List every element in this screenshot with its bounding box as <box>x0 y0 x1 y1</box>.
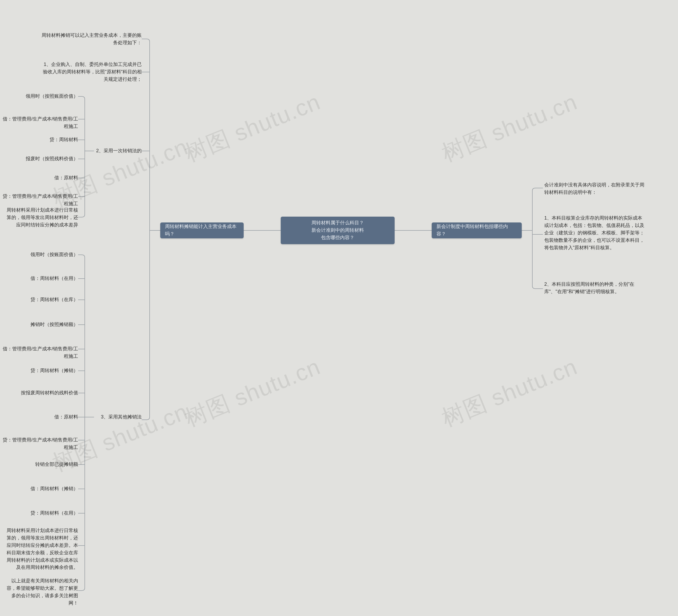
right-leaf-intro: 会计准则中没有具体内容说明，在附录里关于周转材料科目的说明中有： <box>544 182 645 196</box>
left-branch-node[interactable]: 周转材料摊销能计入主营业务成本吗？ <box>160 223 243 238</box>
left-m3-item-d: 摊销时（按照摊销额） <box>11 321 78 329</box>
left-method2-title: 2、采用一次转销法的 <box>96 147 142 155</box>
left-m2-item-b: 借：管理费用/生产成本/销售费用/工程施工 <box>0 115 78 130</box>
left-m3-item-m: 周转材料采用计划成本进行日常核算的，领用等发出周转材料时，还应同时结转应分摊的成… <box>5 527 78 571</box>
left-m3-item-l: 贷：周转材料（在用） <box>11 509 78 517</box>
left-branch-label: 周转材料摊销能计入主营业务成本吗？ <box>165 223 239 238</box>
watermark: 树图 shutu.cn <box>437 87 582 169</box>
left-m2-item-d: 报废时（按照残料价值） <box>11 155 78 163</box>
watermark: 树图 shutu.cn <box>437 351 582 434</box>
left-m3-item-h: 借：原材料 <box>11 413 78 421</box>
watermark: 树图 shutu.cn <box>180 87 325 169</box>
right-leaf-item-1: 1、本科目核算企业库存的周转材料的实际成本或计划成本，包括：包装物、低值易耗品，… <box>544 215 645 251</box>
left-intro-1: 周转材料摊销可以记入主营业务成本，主要的账务处理如下： <box>40 32 142 47</box>
watermark: 树图 shutu.cn <box>180 351 325 434</box>
left-m3-item-i: 贷：管理费用/生产成本/销售费用/工程施工 <box>0 436 78 451</box>
right-branch-label: 新会计制度中周转材料包括哪些内容？ <box>437 223 517 238</box>
left-m3-item-c: 贷：周转材料（在库） <box>11 296 78 304</box>
root-node[interactable]: 周转材料属于什么科目？ 新会计准则中的周转材料 包含哪些内容？ <box>281 217 394 244</box>
mindmap-connectors <box>0 0 678 616</box>
right-leaf-item-2: 2、本科目应按照周转材料的种类，分别"在库"、"在用"和"摊销"进行明细核算。 <box>544 281 645 296</box>
left-m3-item-f: 贷：周转材料（摊销） <box>11 367 78 375</box>
left-m2-item-e: 借：原材料 <box>11 174 78 182</box>
left-method3-title: 3、采用其他摊销法 <box>96 413 142 421</box>
left-m3-item-g: 按报废周转材料的残料价值 <box>11 389 78 397</box>
left-m2-item-f: 贷：管理费用/生产成本/销售费用/工程施工 <box>0 193 78 207</box>
left-m2-item-a: 领用时（按照账面价值） <box>11 93 78 100</box>
left-m3-item-n: 以上就是有关周转材料的相关内容，希望能够帮助大家。想了解更多的会计知识，请多多关… <box>5 577 78 607</box>
left-m3-item-k: 借：周转材料（摊销） <box>11 485 78 493</box>
left-m3-item-e: 借：管理费用/生产成本/销售费用/工程施工 <box>0 345 78 360</box>
right-branch-node[interactable]: 新会计制度中周转材料包括哪些内容？ <box>432 223 522 238</box>
left-m3-item-j: 转销全部已提摊销额 <box>11 461 78 468</box>
left-intro-2: 1、企业购入、自制、委托外单位加工完成并已验收入库的周转材料等，比照"原材料"科… <box>40 61 142 83</box>
left-m2-item-c: 贷：周转材料 <box>11 136 78 144</box>
left-m2-item-g: 周转材料采用计划成本进行日常核算的，领用等发出周转材料时，还应同时结转应分摊的成… <box>5 206 78 229</box>
left-m3-item-b: 借：周转材料（在用） <box>11 275 78 282</box>
root-title: 周转材料属于什么科目？ 新会计准则中的周转材料 包含哪些内容？ <box>311 219 364 241</box>
left-m3-item-a: 领用时（按账面价值） <box>11 251 78 259</box>
